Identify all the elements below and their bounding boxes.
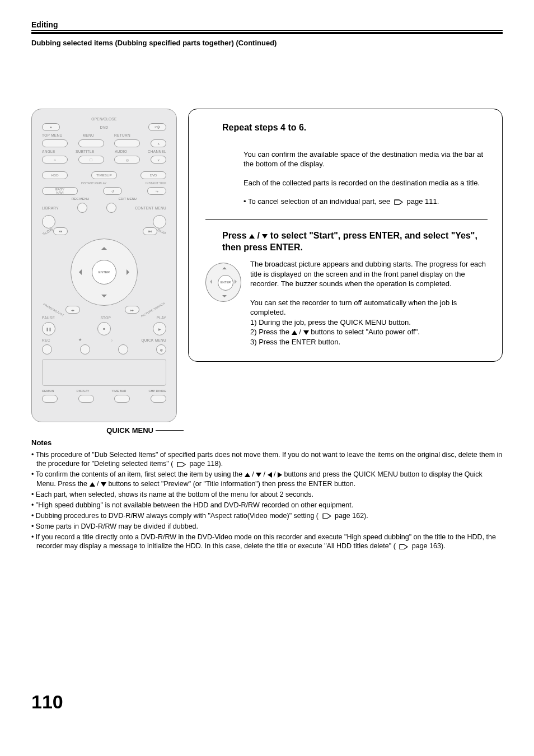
down-icon (101, 482, 106, 487)
up-icon (90, 482, 95, 487)
note-3: Each part, when selected, shows its name… (31, 490, 503, 500)
up-icon (292, 330, 297, 335)
right-icon (278, 472, 282, 478)
page-ref-icon (399, 544, 408, 550)
step-8-l3: 3) Press the ENTER button. (250, 337, 488, 347)
step-8-l1: 1) During the job, press the QUICK MENU … (250, 318, 488, 328)
remote-illustration: OPEN/CLOSE ▲ DVD I/⏻ TOP MENU MENU RETUR… (31, 109, 177, 422)
step-8-p2: You can set the recorder to turn off aut… (250, 298, 488, 318)
step-7-p1: You can confirm the available space of t… (243, 150, 488, 169)
dpad-small: ENTER (203, 260, 243, 304)
up-icon (249, 234, 255, 239)
notes-heading: Notes (31, 438, 503, 448)
steps-panel: Repeat steps 4 to 6. You can confirm the… (188, 109, 503, 362)
step-8-l2: 2) Press the / buttons to select "Auto p… (250, 327, 488, 337)
down-icon (256, 473, 261, 477)
note-2: To confirm the contents of an item, firs… (31, 470, 503, 489)
up-icon (245, 473, 250, 477)
step-8-p1: The broadcast picture appears and dubbin… (250, 259, 488, 289)
subsection-heading: Dubbing selected items (Dubbing specifie… (31, 39, 503, 47)
left-icon (268, 472, 272, 478)
step-7-title: Repeat steps 4 to 6. (222, 122, 488, 134)
page-ref-icon (394, 199, 403, 206)
note-1: This procedure of "Dub Selected Items" o… (31, 450, 503, 469)
notes-section: Notes This procedure of "Dub Selected It… (31, 438, 503, 551)
page-number: 110 (31, 691, 503, 713)
quick-menu-button: ◐ (156, 344, 166, 354)
quick-menu-callout: QUICK MENU (106, 426, 184, 435)
step-8-title: Press / to select "Start", press ENTER, … (222, 230, 488, 254)
down-icon (262, 234, 268, 239)
section-heading: Editing (31, 20, 503, 31)
page-ref-icon (177, 461, 186, 468)
note-4: "High speed dubbing" is not available be… (31, 501, 503, 510)
down-icon (303, 330, 309, 335)
dpad-large: ENTER (71, 239, 138, 306)
separator (205, 219, 488, 220)
note-5: Dubbing procedures to DVD-R/RW always co… (31, 511, 503, 521)
step-7-p2: Each of the collected parts is recorded … (243, 178, 488, 188)
note-6: Some parts in DVD-R/RW may be divided if… (31, 522, 503, 531)
page-ref-icon (322, 513, 331, 519)
note-7: If you record a title directly onto a DV… (31, 533, 503, 552)
step-7-bullet: • To cancel selection of an individual p… (243, 197, 488, 207)
header-rule (31, 32, 503, 34)
